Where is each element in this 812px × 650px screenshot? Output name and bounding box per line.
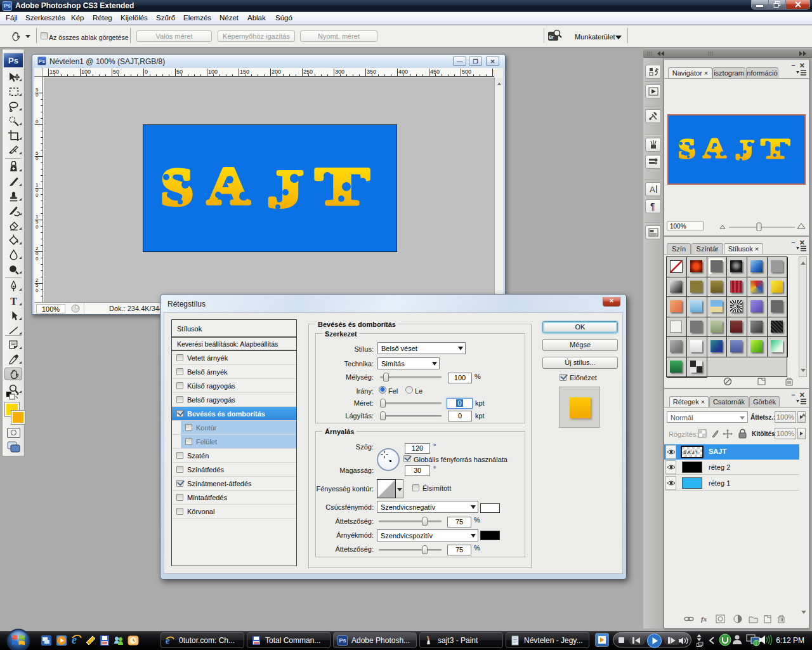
svg-text:A: A: [703, 133, 726, 164]
svg-text:250: 250: [303, 69, 313, 75]
svg-text:0: 0: [36, 256, 39, 262]
svg-text:100: 100: [208, 69, 218, 75]
svg-text:0: 0: [145, 69, 148, 75]
svg-text:550: 550: [494, 69, 494, 75]
svg-text:200: 200: [272, 69, 281, 75]
svg-text:A: A: [650, 185, 655, 194]
svg-text:150: 150: [49, 69, 59, 75]
svg-text:350: 350: [367, 69, 376, 75]
svg-text:300: 300: [335, 69, 344, 75]
svg-text:0: 0: [36, 119, 39, 124]
svg-text:400: 400: [398, 69, 408, 75]
svg-text:150: 150: [240, 69, 249, 75]
svg-text:0: 0: [36, 192, 39, 198]
svg-text:450: 450: [430, 69, 440, 75]
svg-text:0: 0: [36, 224, 39, 230]
svg-text:50: 50: [113, 69, 119, 75]
svg-text:0: 0: [36, 92, 39, 98]
svg-text:J: J: [735, 134, 754, 165]
svg-text:T: T: [10, 296, 17, 307]
svg-text:50: 50: [176, 69, 183, 75]
svg-text:100: 100: [81, 69, 91, 75]
svg-text:¶: ¶: [650, 201, 655, 211]
svg-text:J: J: [268, 160, 303, 218]
svg-text:0: 0: [36, 156, 39, 161]
svg-text:fx: fx: [701, 615, 707, 623]
svg-text:0: 0: [36, 288, 39, 293]
svg-text:500: 500: [462, 69, 471, 75]
svg-text:A: A: [207, 157, 249, 215]
